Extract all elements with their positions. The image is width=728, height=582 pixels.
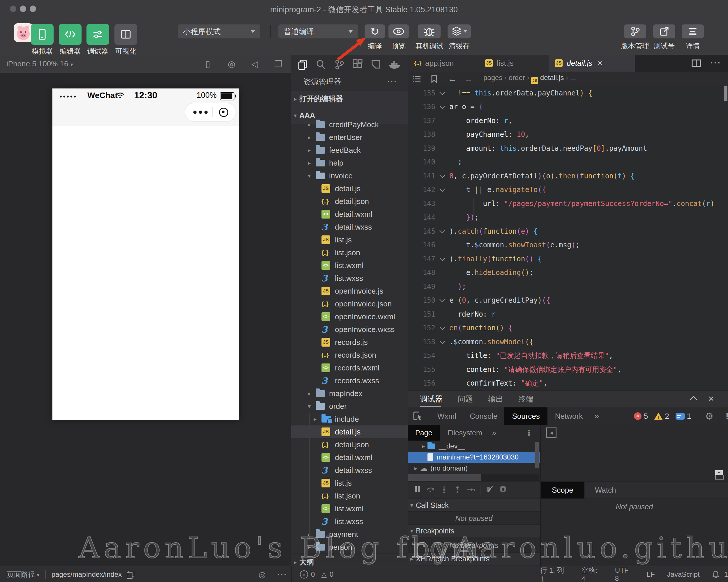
sources-hscrollbar[interactable] xyxy=(408,474,539,481)
fold-chevron-icon[interactable] xyxy=(439,338,445,344)
message-badge[interactable]: 1 xyxy=(676,412,691,421)
breadcrumb[interactable]: pages › order › JS detail.js › ... xyxy=(484,74,576,84)
step-over-icon[interactable] xyxy=(424,486,437,495)
fold-chevron-icon[interactable] xyxy=(439,324,445,330)
tree-item-include[interactable]: ▸+include xyxy=(291,413,408,425)
hide-navigator-icon[interactable]: ◀ xyxy=(546,427,556,438)
nav-back-icon[interactable]: ← xyxy=(448,74,457,84)
pause-icon[interactable] xyxy=(411,486,424,495)
mode-select[interactable]: 小程序模式 xyxy=(178,24,260,38)
sources-tab-page[interactable]: Page xyxy=(408,425,440,441)
devtools-tab-network[interactable]: Network xyxy=(555,412,583,421)
tree-item-detail.json[interactable]: {..}detail.json xyxy=(291,438,408,451)
status-language[interactable]: JavaScript xyxy=(667,570,700,579)
tree-item-enterUser[interactable]: ▸enterUser xyxy=(291,131,408,144)
bookmark-icon[interactable] xyxy=(431,75,437,83)
code-line-156[interactable]: 156 confirmText: "确定", xyxy=(408,377,728,390)
tab-detail-js[interactable]: JS detail.js × xyxy=(549,55,635,72)
tree-item-openInvoice.json[interactable]: {..}openInvoice.json xyxy=(291,297,408,310)
tree-item-help[interactable]: ▸help xyxy=(291,157,408,169)
multi-window-icon[interactable]: ❐ xyxy=(274,59,282,69)
code-line-138[interactable]: 138 payChannel: 10, xyxy=(408,128,728,142)
code-line-140[interactable]: 140 ; xyxy=(408,156,728,169)
problems-counters[interactable]: × 0 △ 0 xyxy=(300,570,333,579)
tree-item-openInvoice.wxml[interactable]: <>openInvoice.wxml xyxy=(291,310,408,323)
code-line-137[interactable]: 137 orderNo: r, xyxy=(408,114,728,128)
fold-chevron-icon[interactable] xyxy=(439,103,445,109)
fold-chevron-icon[interactable] xyxy=(439,255,445,261)
remote-debug-button[interactable] xyxy=(418,24,441,38)
status-line-col[interactable]: 行 1, 列 1 xyxy=(540,566,569,582)
tree-item-records.js[interactable]: JSrecords.js xyxy=(291,336,408,349)
page-path-selector[interactable]: 页面路径 ▾ xyxy=(7,570,39,579)
status-eol[interactable]: LF xyxy=(647,570,655,579)
bell-icon[interactable] xyxy=(712,570,720,579)
editor-toggle-button[interactable] xyxy=(59,24,81,45)
tree-item-list.json[interactable]: {..}list.json xyxy=(291,490,408,502)
tree-item-detail.js[interactable]: JSdetail.js xyxy=(291,182,408,195)
tree-item-list.wxml[interactable]: <>list.wxml xyxy=(291,502,408,515)
tree-item-mapIndex[interactable]: ▸mapIndex xyxy=(291,387,408,400)
tree-item-records.json[interactable]: {..}records.json xyxy=(291,349,408,361)
tree-item-payment[interactable]: ▸payment xyxy=(291,528,408,541)
kebab-menu-icon[interactable]: ⋮ xyxy=(525,428,532,437)
fold-chevron-icon[interactable] xyxy=(439,227,445,233)
docker-icon[interactable] xyxy=(388,60,401,69)
step-out-icon[interactable] xyxy=(451,486,464,495)
call-stack-header[interactable]: ▾ Call Stack xyxy=(408,499,540,511)
preview-eye-icon[interactable]: ◎ xyxy=(259,570,266,579)
tree-item-list.wxss[interactable]: 3list.wxss xyxy=(291,272,408,285)
mute-icon[interactable]: ◁ xyxy=(251,59,258,69)
error-badge[interactable]: × 5 xyxy=(634,412,648,421)
step-icon[interactable] xyxy=(464,486,477,495)
fold-chevron-icon[interactable] xyxy=(439,297,445,302)
sources-vscrollbar[interactable] xyxy=(535,442,539,468)
code-line-147[interactable]: 147).finally(function() { xyxy=(408,252,728,266)
warning-badge[interactable]: ! 2 xyxy=(654,412,669,421)
record-icon[interactable]: ◎ xyxy=(228,59,235,69)
tree-item-invoice[interactable]: ▾invoice xyxy=(291,169,408,182)
status-encoding[interactable]: UTF-8 xyxy=(615,566,634,582)
simulator-toggle-button[interactable] xyxy=(31,24,54,45)
code-line-148[interactable]: 148 e.hideLoading(); xyxy=(408,266,728,280)
sources-tree-item-0[interactable]: ▸__dev__ xyxy=(408,441,540,452)
tree-item-records.wxml[interactable]: <>records.wxml xyxy=(291,361,408,374)
tree-item-feedBack[interactable]: ▸feedBack xyxy=(291,144,408,157)
collapse-panel-icon[interactable] xyxy=(691,395,696,403)
more-icon[interactable]: » xyxy=(492,428,496,437)
tab-output[interactable]: 输出 xyxy=(488,394,503,404)
more-tabs-icon[interactable]: » xyxy=(594,412,599,421)
code-line-141[interactable]: 1410, c.payOrderAtDetail)(o).then(functi… xyxy=(408,169,728,183)
tab-terminal[interactable]: 终端 xyxy=(518,394,534,404)
tree-item-person[interactable]: ▸person xyxy=(291,541,408,553)
tree-item-detail.wxss[interactable]: 3detail.wxss xyxy=(291,221,408,233)
fold-chevron-icon[interactable] xyxy=(439,186,445,192)
fold-chevron-icon[interactable] xyxy=(439,172,445,178)
capsule-menu[interactable] xyxy=(185,103,236,122)
tree-item-list.json[interactable]: {..}list.json xyxy=(291,246,408,259)
phone-screen[interactable]: ●●●●● WeChat 12:30 100% xyxy=(52,88,239,420)
sources-tab-filesystem[interactable]: Filesystem xyxy=(447,428,482,437)
code-line-144[interactable]: 144 }); xyxy=(408,211,728,225)
debugger-toggle-button[interactable] xyxy=(86,24,109,45)
split-editor-icon[interactable] xyxy=(692,59,701,67)
search-icon[interactable] xyxy=(316,59,326,70)
tree-item-list.wxss[interactable]: 3list.wxss xyxy=(291,515,408,528)
more-actions-icon[interactable]: ··· xyxy=(387,77,397,86)
version-control-button[interactable] xyxy=(624,24,646,38)
inspect-cursor-icon[interactable] xyxy=(413,411,423,421)
tree-item-detail.wxss[interactable]: 3detail.wxss xyxy=(291,464,408,477)
breakpoints-header[interactable]: ▾ Breakpoints xyxy=(408,524,540,537)
code-line-153[interactable]: 153.$common.showModel({ xyxy=(408,335,728,349)
code-line-149[interactable]: 149 ); xyxy=(408,280,728,294)
pause-on-exceptions-icon[interactable] xyxy=(496,486,510,495)
tree-item-detail.json[interactable]: {..}detail.json xyxy=(291,195,408,208)
code-line-151[interactable]: 151 rderNo: r xyxy=(408,307,728,321)
code-editor[interactable]: 135 !== this.orderData.payChannel) {136a… xyxy=(408,86,728,390)
xhr-breakpoints-header[interactable]: ▸ XHR/fetch Breakpoints xyxy=(408,552,540,565)
tree-item-detail.wxml[interactable]: <>detail.wxml xyxy=(291,208,408,221)
files-icon[interactable] xyxy=(297,59,308,70)
visualization-toggle-button[interactable] xyxy=(114,24,137,45)
device-selector[interactable]: iPhone 5 100% 16 ▾ xyxy=(6,59,73,68)
tree-item-list.js[interactable]: JSlist.js xyxy=(291,233,408,246)
